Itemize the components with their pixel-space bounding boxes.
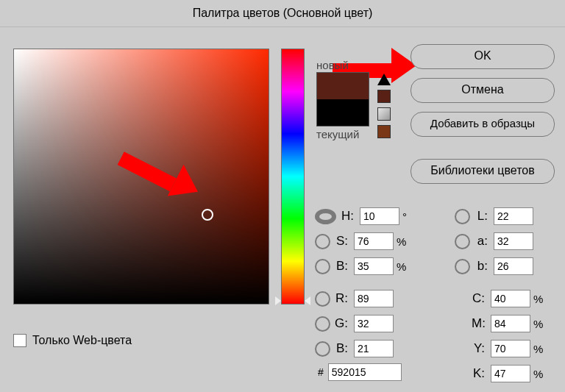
input-r[interactable] bbox=[354, 290, 394, 307]
input-k[interactable] bbox=[491, 365, 530, 382]
label-hex: # bbox=[318, 366, 324, 378]
websafe-icon[interactable] bbox=[377, 107, 391, 121]
label-h: H: bbox=[341, 209, 354, 224]
radio-a[interactable] bbox=[455, 234, 470, 249]
label-r: R: bbox=[335, 291, 348, 306]
unit-s: % bbox=[397, 235, 408, 248]
input-m[interactable] bbox=[491, 315, 530, 332]
unit-m: % bbox=[533, 318, 545, 330]
input-l[interactable] bbox=[494, 207, 533, 225]
input-g[interactable] bbox=[354, 315, 394, 332]
label-new: новый bbox=[316, 59, 349, 71]
input-c[interactable] bbox=[491, 290, 530, 307]
radio-lab-b[interactable] bbox=[455, 259, 470, 274]
unit-c: % bbox=[533, 293, 545, 305]
preview-new-color bbox=[317, 73, 369, 99]
input-hex[interactable] bbox=[328, 363, 402, 381]
radio-b2[interactable] bbox=[315, 341, 330, 357]
label-m: M: bbox=[472, 316, 485, 331]
label-y: Y: bbox=[472, 341, 485, 356]
label-current: текущий bbox=[316, 128, 359, 140]
label-s: S: bbox=[335, 234, 348, 249]
hue-slider[interactable] bbox=[281, 49, 305, 304]
radio-h[interactable] bbox=[315, 209, 336, 224]
cancel-button[interactable]: Отмена bbox=[411, 78, 555, 103]
ok-button[interactable]: OK bbox=[411, 44, 555, 69]
input-s[interactable] bbox=[354, 232, 394, 250]
radio-b[interactable] bbox=[315, 259, 330, 274]
label-k: K: bbox=[472, 366, 485, 381]
websafe-swatch[interactable] bbox=[377, 125, 391, 138]
input-y[interactable] bbox=[491, 340, 530, 357]
unit-h: ° bbox=[402, 210, 414, 223]
unit-k: % bbox=[533, 368, 545, 380]
radio-g[interactable] bbox=[315, 316, 330, 332]
radio-l[interactable] bbox=[455, 209, 470, 224]
label-b: B: bbox=[335, 259, 348, 274]
label-b2: B: bbox=[335, 341, 348, 356]
input-h[interactable] bbox=[360, 207, 399, 225]
input-b[interactable] bbox=[354, 257, 394, 275]
label-l: L: bbox=[475, 209, 488, 224]
radio-s[interactable] bbox=[315, 234, 330, 249]
gamut-swatch[interactable] bbox=[377, 90, 391, 103]
input-rgb-b[interactable] bbox=[354, 340, 394, 357]
add-to-swatches-button[interactable]: Добавить в образцы bbox=[411, 112, 555, 137]
saturation-brightness-field[interactable] bbox=[13, 49, 269, 304]
gamut-warning-icon[interactable] bbox=[377, 74, 391, 85]
radio-r[interactable] bbox=[315, 291, 330, 307]
input-a[interactable] bbox=[494, 232, 533, 250]
color-libraries-button[interactable]: Библиотеки цветов bbox=[411, 159, 555, 184]
web-only-checkbox[interactable] bbox=[13, 334, 26, 347]
label-lab-b: b: bbox=[475, 259, 488, 274]
input-lab-b[interactable] bbox=[494, 257, 533, 275]
label-a: a: bbox=[475, 234, 488, 249]
web-only-label: Только Web-цвета bbox=[32, 334, 132, 347]
unit-b: % bbox=[397, 260, 408, 273]
color-preview bbox=[316, 72, 369, 126]
unit-y: % bbox=[533, 343, 545, 355]
preview-current-color bbox=[317, 99, 369, 126]
label-c: C: bbox=[472, 291, 485, 306]
window-title: Палитра цветов (Основной цвет) bbox=[0, 0, 565, 27]
label-g: G: bbox=[335, 316, 348, 331]
